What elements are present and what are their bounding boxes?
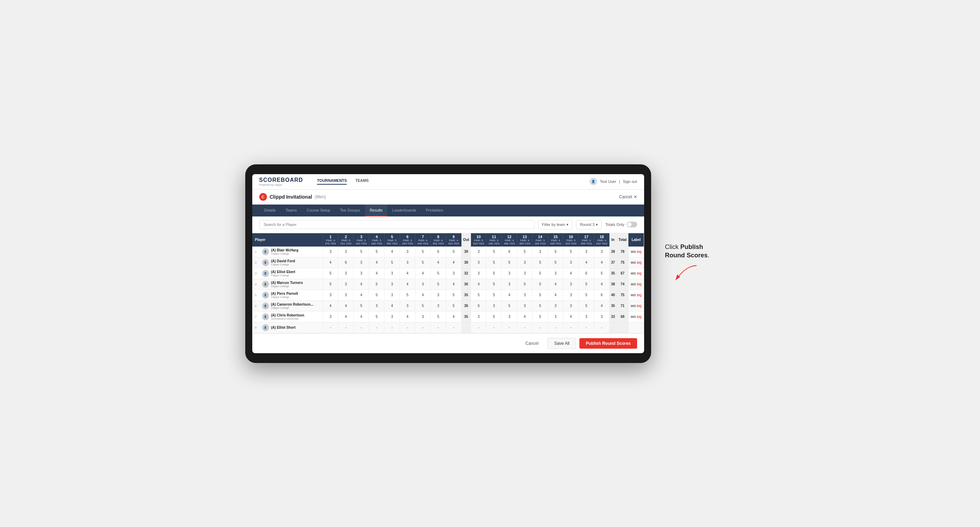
hole-4-score[interactable]: 5 [369,246,385,257]
hole-2-score[interactable]: 6 [338,257,354,268]
hole-11-score[interactable]: 5 [486,311,502,322]
hole-13-score[interactable]: 5 [517,279,533,290]
sign-out-link[interactable]: Sign out [623,179,637,184]
hole-1-score[interactable]: 3 [323,290,338,300]
hole-10-score[interactable]: 4 [471,279,486,290]
dq-badge[interactable]: DQ [637,304,642,308]
tab-course-setup[interactable]: Course Setup [302,205,335,216]
hole-18-score[interactable]: 4 [594,257,609,268]
hole-8-score[interactable]: 5 [431,268,446,279]
hole-10-score[interactable]: 3 [471,311,486,322]
hole-10-score[interactable]: 5 [471,290,486,300]
dq-badge[interactable]: DQ [637,272,642,275]
hole-14-score[interactable]: - [533,322,548,333]
tab-results[interactable]: Results [365,205,388,216]
hole-16-score[interactable]: 3 [563,279,579,290]
hole-3-score[interactable]: 4 [354,290,369,300]
dq-badge[interactable]: DQ [637,261,642,264]
hole-2-score[interactable]: 4 [338,300,354,311]
hole-17-score[interactable]: - [579,322,594,333]
hole-1-score[interactable]: 5 [323,268,338,279]
hole-11-score[interactable]: 5 [486,246,502,257]
round-select[interactable]: Round 3 ▾ [576,220,602,229]
hole-2-score[interactable]: 3 [338,279,354,290]
hole-11-score[interactable]: - [486,322,502,333]
hole-7-score[interactable]: 3 [415,311,431,322]
hole-7-score[interactable]: 5 [415,246,431,257]
hole-12-score[interactable]: 3 [502,268,517,279]
hole-3-score[interactable]: 3 [354,257,369,268]
hole-16-score[interactable]: 3 [563,290,579,300]
hole-2-score[interactable]: 4 [338,311,354,322]
hole-1-score[interactable]: 4 [323,300,338,311]
hole-15-score[interactable]: 5 [548,246,563,257]
hole-11-score[interactable]: 5 [486,268,502,279]
wd-badge[interactable]: WD [631,294,636,297]
hole-13-score[interactable]: 3 [517,268,533,279]
save-all-button[interactable]: Save All [547,338,576,349]
hole-12-score[interactable]: - [502,322,517,333]
hole-17-score[interactable]: 3 [579,246,594,257]
search-input[interactable] [259,220,535,229]
hole-2-score[interactable]: 3 [338,268,354,279]
wd-badge[interactable]: WD [631,250,636,254]
hole-6-score[interactable]: 4 [400,311,415,322]
hole-4-score[interactable]: 5 [369,311,385,322]
hole-2-score[interactable]: 3 [338,290,354,300]
hole-4-score[interactable]: 4 [369,268,385,279]
hole-18-score[interactable]: 4 [594,300,609,311]
hole-16-score[interactable]: 4 [563,268,579,279]
hole-14-score[interactable]: 5 [533,311,548,322]
hole-11-score[interactable]: 5 [486,279,502,290]
hole-6-score[interactable]: - [400,322,415,333]
hole-17-score[interactable]: 5 [579,300,594,311]
hole-8-score[interactable]: - [431,322,446,333]
hole-8-score[interactable]: 4 [431,257,446,268]
tab-teams[interactable]: Teams [281,205,302,216]
hole-7-score[interactable]: 4 [415,290,431,300]
hole-1-score[interactable]: - [323,322,338,333]
hole-10-score[interactable]: - [471,322,486,333]
hole-9-score[interactable]: 4 [446,279,461,290]
hole-12-score[interactable]: 6 [502,246,517,257]
hole-13-score[interactable]: - [517,322,533,333]
hole-3-score[interactable]: 4 [354,311,369,322]
filter-by-team-select[interactable]: Filter by team ▾ [538,220,573,229]
hole-5-score[interactable]: 3 [385,279,400,290]
hole-5-score[interactable]: 3 [385,268,400,279]
nav-teams[interactable]: TEAMS [355,178,369,185]
hole-9-score[interactable]: 5 [446,246,461,257]
hole-3-score[interactable]: 5 [354,300,369,311]
hole-4-score[interactable]: 5 [369,279,385,290]
hole-14-score[interactable]: 5 [533,268,548,279]
hole-18-score[interactable]: 5 [594,268,609,279]
hole-7-score[interactable]: 5 [415,257,431,268]
hole-4-score[interactable]: 4 [369,257,385,268]
wd-badge[interactable]: WD [631,304,636,308]
hole-9-score[interactable]: 4 [446,311,461,322]
nav-tournaments[interactable]: TOURNAMENTS [317,178,347,185]
hole-16-score[interactable]: 5 [563,246,579,257]
hole-10-score[interactable]: 3 [471,246,486,257]
hole-15-score[interactable]: 3 [548,311,563,322]
hole-14-score[interactable]: 5 [533,300,548,311]
wd-badge[interactable]: WD [631,315,636,319]
hole-3-score[interactable]: 5 [354,246,369,257]
hole-18-score[interactable]: - [594,322,609,333]
hole-10-score[interactable]: 3 [471,257,486,268]
hole-15-score[interactable]: - [548,322,563,333]
hole-5-score[interactable]: 3 [385,311,400,322]
dq-badge[interactable]: DQ [637,283,642,286]
hole-16-score[interactable]: - [563,322,579,333]
hole-10-score[interactable]: 3 [471,268,486,279]
wd-badge[interactable]: WD [631,261,636,264]
hole-13-score[interactable]: 3 [517,257,533,268]
hole-4-score[interactable]: 5 [369,290,385,300]
hole-9-score[interactable]: 3 [446,268,461,279]
hole-8-score[interactable]: 5 [431,279,446,290]
hole-16-score[interactable]: 4 [563,311,579,322]
hole-17-score[interactable]: 5 [579,290,594,300]
hole-1-score[interactable]: 3 [323,311,338,322]
hole-6-score[interactable]: 4 [400,268,415,279]
hole-15-score[interactable]: 4 [548,279,563,290]
